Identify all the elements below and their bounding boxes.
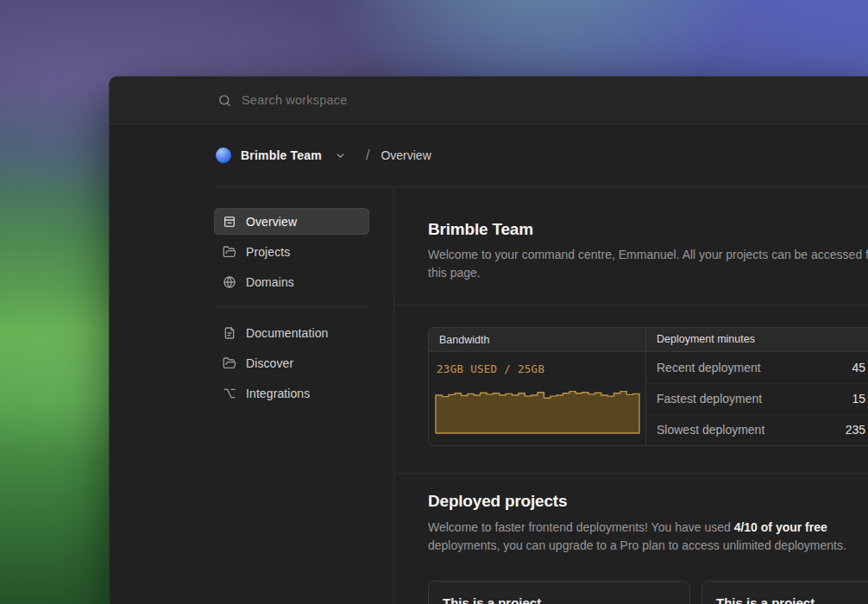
sidebar-item-label: Projects [246,245,290,259]
sidebar: Overview Projects Domains Documentation … [214,187,393,604]
search-input[interactable]: Search workspace [242,93,347,107]
project-title: This is a project [443,595,676,604]
bandwidth-sparkline-path [436,392,639,433]
project-title: This is a project [716,595,868,604]
project-card[interactable]: This is a project [428,581,690,604]
sidebar-item-label: Domains [246,275,294,289]
globe-icon [223,275,236,289]
team-switcher[interactable]: Brimble Team [241,148,322,162]
folder-open-icon [223,245,236,259]
deployed-projects-title: Deployed projects [428,492,868,511]
bandwidth-usage-label: 23GB USED / 25GB [437,362,639,375]
sidebar-item-domains[interactable]: Domains [214,268,369,295]
projects-row: This is a project This is a project [428,581,868,604]
usage-stats-card: Bandwidth 23GB USED / 25GB Deployment mi… [428,327,868,446]
deployment-minutes-header: Deployment minutes [646,328,868,352]
sidebar-item-documentation[interactable]: Documentation [214,319,369,346]
deployments-usage-text: Welcome to faster frontend deployments! … [428,519,868,555]
folder-open-icon [223,356,236,370]
deployed-projects-section: Deployed projects Welcome to faster fron… [394,474,868,604]
chevron-down-icon[interactable] [335,150,346,161]
breadcrumb-separator: / [366,148,369,163]
stat-row-fastest: Fastest deployment 15 [646,383,868,414]
main-panel: Brimble Team Welcome to your command cen… [393,187,868,604]
search-bar[interactable]: Search workspace [110,77,868,124]
team-overview-section: Brimble Team Welcome to your command cen… [394,187,868,305]
document-icon [223,326,236,340]
stat-label: Recent deployment [657,361,761,374]
deployments-text-after: deployments, you can upgrade to a Pro pl… [428,538,846,552]
app-window: Search workspace Brimble Team / Overview… [109,76,868,604]
sidebar-item-integrations[interactable]: Integrations [214,380,369,406]
page-title: Brimble Team [428,220,868,239]
deployments-text-before: Welcome to faster frontend deployments! … [428,520,734,534]
sidebar-item-label: Discover [246,356,293,370]
journal-icon [223,215,236,229]
bandwidth-panel: Bandwidth 23GB USED / 25GB [429,328,646,445]
content-area: Overview Projects Domains Documentation … [214,186,868,604]
search-icon [217,93,232,108]
breadcrumb-page: Overview [381,148,431,162]
stat-label: Fastest deployment [657,392,762,406]
bandwidth-header: Bandwidth [429,328,645,352]
stat-value: 235 [846,423,865,437]
sidebar-item-overview[interactable]: Overview [214,208,369,235]
stat-row-slowest: Slowest deployment 235 [646,414,868,445]
bandwidth-sparkline [435,383,640,434]
sidebar-item-label: Integrations [246,387,310,400]
team-avatar[interactable] [216,148,231,163]
usage-stats-section: Bandwidth 23GB USED / 25GB Deployment mi… [394,305,868,474]
sidebar-item-label: Overview [246,215,297,229]
breadcrumb: Brimble Team / Overview [110,124,868,186]
stat-value: 15 [852,392,865,406]
stat-row-recent: Recent deployment 45 [646,352,868,383]
stat-label: Slowest deployment [657,423,764,437]
bandwidth-body: 23GB USED / 25GB [429,352,645,434]
option-key-icon [223,387,236,400]
sidebar-divider [214,306,369,307]
stat-value: 45 [852,361,865,374]
sidebar-item-label: Documentation [246,326,328,340]
deployments-quota: 4/10 of your free [734,520,827,534]
deployment-minutes-panel: Deployment minutes Recent deployment 45 … [646,328,868,445]
sidebar-item-discover[interactable]: Discover [214,349,369,376]
welcome-text: Welcome to your command centre, Emmanuel… [428,246,868,282]
project-card[interactable]: This is a project [701,581,868,604]
sidebar-item-projects[interactable]: Projects [214,238,369,265]
